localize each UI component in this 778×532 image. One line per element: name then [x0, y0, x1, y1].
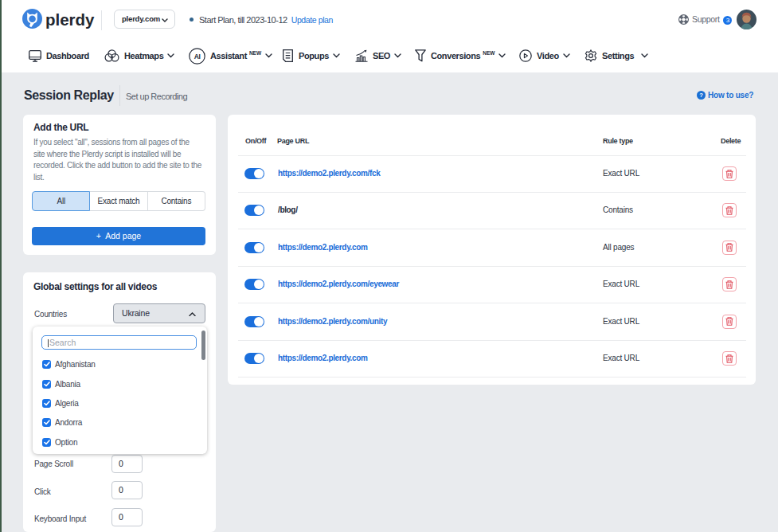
svg-text:?: ?	[699, 92, 703, 99]
svg-text:AI: AI	[194, 52, 201, 60]
